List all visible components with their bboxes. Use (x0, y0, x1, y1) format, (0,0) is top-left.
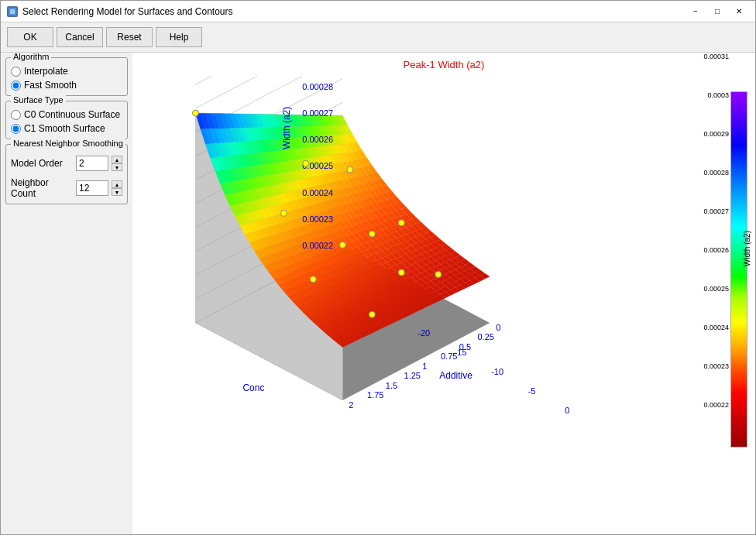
colorbar-label-3: 0.00028 (703, 169, 729, 177)
surface-canvas (132, 76, 686, 534)
neighbor-count-row: Neighbor Count ▲ ▼ (11, 177, 122, 199)
left-panel: Algorithm Interpolate Fast Smooth Surfac… (1, 53, 132, 534)
colorbar-label-5: 0.00026 (703, 246, 729, 254)
algorithm-options: Interpolate Fast Smooth (11, 66, 122, 91)
colorbar-label-2: 0.00029 (703, 130, 729, 138)
colorbar-axis-label: Width (a2) (743, 231, 751, 266)
algorithm-group: Algorithm Interpolate Fast Smooth (5, 57, 128, 96)
window-icon (7, 6, 18, 17)
fast-smooth-label: Fast Smooth (24, 80, 77, 91)
titlebar-controls: − □ ✕ (686, 4, 749, 19)
colorbar-label-8: 0.00023 (703, 362, 729, 370)
colorbar-label-1: 0.0003 (703, 91, 729, 99)
main-content: Algorithm Interpolate Fast Smooth Surfac… (1, 53, 755, 534)
titlebar: Select Rendering Model for Surfaces and … (1, 1, 755, 22)
colorbar-labels: 0.00031 0.0003 0.00029 0.00028 0.00027 0… (703, 53, 729, 409)
smoothing-options: Model Order ▲ ▼ Neighbor Count ▲ ▼ (11, 153, 122, 199)
interpolate-label: Interpolate (24, 66, 68, 77)
svg-rect-1 (10, 9, 15, 14)
colorbar-label-6: 0.00025 (703, 285, 729, 293)
c0-surface-option[interactable]: C0 Continuous Surface (11, 109, 122, 120)
c0-surface-label: C0 Continuous Surface (24, 109, 120, 120)
minimize-button[interactable]: − (686, 4, 706, 19)
neighbor-count-down[interactable]: ▼ (112, 188, 122, 196)
titlebar-left: Select Rendering Model for Surfaces and … (7, 6, 232, 17)
c0-surface-radio[interactable] (11, 110, 21, 120)
smoothing-group-title: Nearest Neighbor Smoothing (11, 139, 125, 148)
model-order-row: Model Order ▲ ▼ (11, 156, 122, 171)
maximize-button[interactable]: □ (707, 4, 727, 19)
colorbar-gradient (730, 91, 747, 448)
neighbor-count-input[interactable] (76, 180, 108, 196)
chart-area: Peak-1 Width (a2) 0.00031 0.0003 0.00029… (132, 53, 755, 534)
colorbar-label-9: 0.00022 (703, 401, 729, 409)
colorbar-label-4: 0.00027 (703, 207, 729, 215)
surface-type-group: Surface Type C0 Continuous Surface C1 Sm… (5, 101, 128, 139)
fast-smooth-radio[interactable] (11, 81, 21, 91)
surface-type-options: C0 Continuous Surface C1 Smooth Surface (11, 109, 122, 134)
neighbor-count-spinners: ▲ ▼ (112, 180, 122, 196)
colorbar-label-0: 0.00031 (703, 53, 729, 60)
neighbor-count-up[interactable]: ▲ (112, 180, 122, 188)
main-window: Select Rendering Model for Surfaces and … (0, 0, 756, 535)
colorbar (730, 91, 747, 463)
close-button[interactable]: ✕ (729, 4, 749, 19)
surface-type-group-title: Surface Type (11, 95, 66, 105)
neighbor-count-label: Neighbor Count (11, 177, 73, 199)
model-order-up[interactable]: ▲ (112, 156, 122, 163)
cancel-button[interactable]: Cancel (57, 27, 103, 47)
colorbar-label-7: 0.00024 (703, 324, 729, 331)
help-button[interactable]: Help (156, 27, 202, 47)
model-order-down[interactable]: ▼ (112, 163, 122, 171)
chart-title: Peak-1 Width (a2) (132, 59, 755, 70)
model-order-spinners: ▲ ▼ (112, 156, 122, 171)
model-order-label: Model Order (11, 158, 73, 169)
smoothing-group: Nearest Neighbor Smoothing Model Order ▲… (5, 144, 128, 204)
c1-surface-option[interactable]: C1 Smooth Surface (11, 123, 122, 134)
interpolate-radio[interactable] (11, 67, 21, 77)
c1-surface-radio[interactable] (11, 124, 21, 134)
window-title: Select Rendering Model for Surfaces and … (22, 6, 232, 17)
fast-smooth-option[interactable]: Fast Smooth (11, 80, 122, 91)
reset-button[interactable]: Reset (106, 27, 153, 47)
interpolate-option[interactable]: Interpolate (11, 66, 122, 77)
toolbar: OK Cancel Reset Help (1, 22, 755, 53)
ok-button[interactable]: OK (7, 27, 53, 47)
algorithm-group-title: Algorithm (11, 53, 51, 61)
c1-surface-label: C1 Smooth Surface (24, 123, 105, 134)
model-order-input[interactable] (76, 156, 108, 171)
